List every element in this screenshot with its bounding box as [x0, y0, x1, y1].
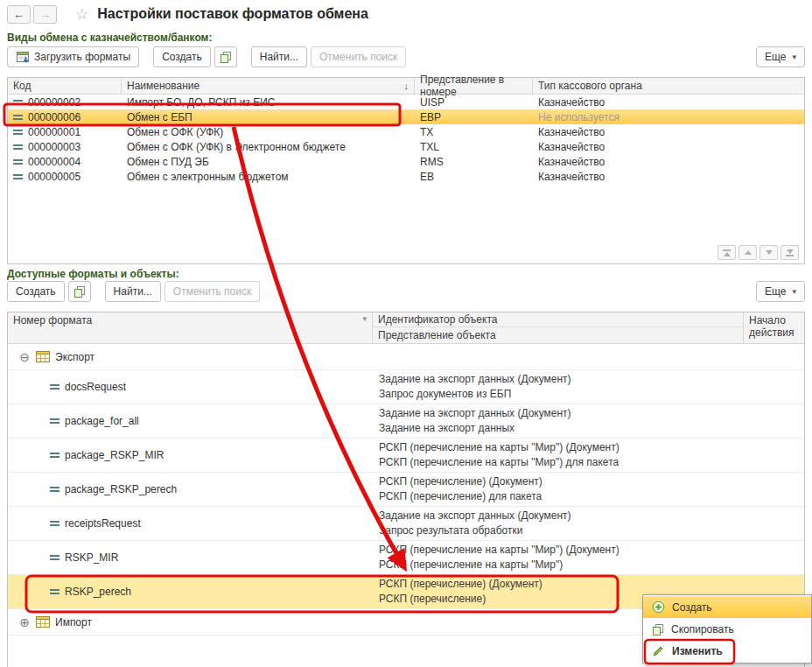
- format-row[interactable]: docsRequest Задание на экспорт данных (Д…: [8, 370, 804, 404]
- tree-group-export[interactable]: ⊖ Экспорт: [8, 344, 804, 370]
- find-button[interactable]: Найти...: [251, 46, 307, 67]
- list-item-icon: [13, 144, 23, 151]
- cancel-search-button[interactable]: Отменить поиск: [311, 46, 406, 67]
- back-button[interactable]: ←: [7, 5, 31, 24]
- forward-arrow-icon: →: [39, 8, 51, 21]
- col-object-repr[interactable]: Представление объекта: [373, 327, 743, 342]
- cell-number-repr: UISP: [415, 95, 533, 109]
- scroll-last-button[interactable]: [780, 245, 799, 260]
- table-row[interactable]: 000000004 Обмен с ПУД ЭБ RMS Казначейств…: [8, 154, 804, 169]
- context-menu: Создать Скопировать Изменить: [642, 594, 812, 663]
- col-object-id[interactable]: Идентификатор объекта: [373, 312, 743, 327]
- start-date-cell: [744, 541, 804, 574]
- list-pager: [718, 245, 799, 260]
- menu-item-edit[interactable]: Изменить: [643, 640, 811, 662]
- table-row[interactable]: 000000002 Импорт БО, ДО, РСКП из ЕИС UIS…: [8, 95, 804, 109]
- collapse-icon[interactable]: ⊖: [18, 351, 31, 363]
- copy-button[interactable]: [214, 46, 237, 67]
- col-code[interactable]: Код: [8, 78, 122, 94]
- col-name-label: Наименование: [127, 80, 200, 92]
- exchange-kinds-section-label: Виды обмена с казначейством/банком:: [7, 32, 212, 44]
- formats-table-header: Номер формата ▾ Идентификатор объекта Пр…: [8, 312, 804, 344]
- list-item-icon: [50, 383, 60, 390]
- object-repr: РСКП (перечисление на карты "Мир"): [379, 558, 744, 572]
- col-number-repr[interactable]: Представление в номере: [415, 78, 533, 94]
- favorite-star-icon[interactable]: ☆: [75, 5, 88, 24]
- cell-name: Обмен с ОФК (УФК): [122, 124, 415, 139]
- copy-icon: [220, 51, 232, 63]
- cell-code: 000000002: [28, 96, 80, 109]
- more-button[interactable]: Еще ▾: [756, 46, 805, 67]
- create-button[interactable]: Создать: [153, 46, 211, 67]
- scroll-up-button[interactable]: [738, 245, 757, 260]
- cell-cash-org-type: Казначейство: [533, 124, 804, 139]
- col-start-date[interactable]: Начало действия: [744, 312, 804, 343]
- find-button[interactable]: Найти...: [105, 281, 161, 302]
- table-row[interactable]: 000000005 Обмен с электронным бюджетом E…: [8, 169, 804, 184]
- object-repr: РСКП (перечисление на карты "Мир") для п…: [379, 456, 744, 469]
- list-item-icon: [50, 554, 60, 561]
- cell-code: 000000003: [28, 141, 80, 153]
- list-item-icon: [13, 173, 23, 180]
- list-item-icon: [50, 520, 60, 527]
- format-row[interactable]: package_RSKP_MIR РСКП (перечисление на к…: [8, 439, 804, 473]
- format-row[interactable]: RSKP_MIR РСКП (перечисление на карты "Ми…: [8, 541, 804, 575]
- scroll-down-button[interactable]: [760, 245, 778, 260]
- exchange-kinds-toolbar: Загрузить форматы Создать Найти... Отмен…: [7, 46, 805, 68]
- format-row[interactable]: receiptsRequest Задание на экспорт данны…: [8, 507, 804, 541]
- cell-number-repr: EBP: [415, 109, 533, 124]
- format-row[interactable]: package_RSKP_perech РСКП (перечисление) …: [8, 473, 804, 507]
- expand-icon[interactable]: ⊕: [18, 616, 31, 628]
- sort-icon: ▾: [362, 314, 367, 323]
- copy-button[interactable]: [68, 281, 91, 302]
- col-name[interactable]: Наименование ↓: [122, 78, 415, 94]
- triangle-up-icon: [724, 252, 731, 256]
- format-name: package_for_all: [65, 415, 139, 427]
- exchange-kinds-table-header: Код Наименование ↓ Представление в номер…: [8, 78, 804, 95]
- cell-name: Обмен с электронным бюджетом: [122, 169, 415, 184]
- forward-button[interactable]: →: [33, 5, 57, 24]
- cancel-search-label: Отменить поиск: [173, 285, 251, 298]
- object-id: Задание на экспорт данных (Документ): [379, 407, 744, 420]
- start-date-cell: [744, 370, 804, 404]
- col-format-number[interactable]: Номер формата ▾: [8, 312, 373, 343]
- menu-item-copy[interactable]: Скопировать: [643, 618, 811, 640]
- list-item-icon: [13, 99, 23, 106]
- table-row-selected[interactable]: 000000006 Обмен с ЕБП EBP Не используетс…: [8, 109, 804, 124]
- table-row[interactable]: 000000003 Обмен с ОФК (УФК) в Электронно…: [8, 139, 804, 154]
- object-id: РСКП (перечисление на карты "Мир") (Доку…: [379, 441, 744, 454]
- cell-number-repr: EB: [415, 169, 533, 184]
- cell-name: Обмен с ПУД ЭБ: [122, 154, 415, 169]
- more-button[interactable]: Еще ▾: [756, 281, 805, 302]
- object-id: РСКП (перечисление) (Документ): [379, 578, 744, 591]
- cancel-search-label: Отменить поиск: [319, 51, 397, 63]
- folder-table-icon: [36, 616, 50, 628]
- triangle-up-icon: [745, 250, 752, 255]
- table-row[interactable]: 000000001 Обмен с ОФК (УФК) TX Казначейс…: [8, 124, 804, 139]
- cell-cash-org-type: Казначейство: [533, 95, 804, 109]
- cell-code: 000000001: [28, 126, 80, 138]
- more-label: Еще: [765, 51, 786, 63]
- col-object: Идентификатор объекта Представление объе…: [373, 312, 744, 343]
- list-item-icon: [50, 588, 60, 595]
- scroll-first-button[interactable]: [718, 245, 736, 260]
- menu-item-create[interactable]: Создать: [643, 596, 811, 618]
- format-name: RSKP_perech: [65, 586, 131, 598]
- cell-code: 000000004: [28, 156, 80, 168]
- sort-desc-icon: ↓: [404, 81, 410, 91]
- triangle-down-icon: [787, 249, 794, 254]
- folder-table-icon: [36, 351, 50, 362]
- create-button[interactable]: Создать: [7, 281, 65, 302]
- cell-cash-org-type: Не используется: [533, 109, 804, 124]
- list-item-icon: [13, 129, 23, 136]
- load-formats-button[interactable]: Загрузить форматы: [7, 46, 139, 67]
- cell-number-repr: RMS: [415, 154, 533, 169]
- col-object-repr-label: Представление объекта: [378, 329, 496, 341]
- page-title: Настройки поставок форматов обмена: [97, 6, 368, 22]
- object-repr: РСКП (перечисление) для пакета: [379, 490, 744, 503]
- object-repr: Запрос результата обработки: [379, 524, 744, 537]
- cancel-search-button[interactable]: Отменить поиск: [164, 281, 260, 302]
- object-id: Задание на экспорт данных (Документ): [379, 373, 744, 386]
- col-cash-org-type[interactable]: Тип кассового органа: [533, 78, 804, 94]
- format-row[interactable]: package_for_all Задание на экспорт данны…: [8, 404, 804, 439]
